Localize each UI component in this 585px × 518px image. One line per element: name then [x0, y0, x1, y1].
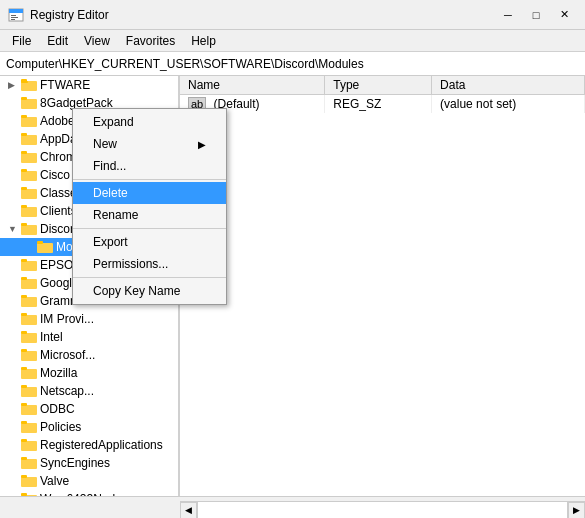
svg-rect-1 — [9, 9, 23, 13]
hscroll-track[interactable] — [197, 502, 568, 518]
ctx-arrow-icon: ▶ — [198, 139, 206, 150]
tree-label: Cisco — [40, 166, 70, 184]
tree-item-improvi[interactable]: ▶ IM Provi... — [0, 310, 178, 328]
folder-icon — [21, 168, 37, 182]
svg-rect-47 — [21, 439, 27, 442]
menu-help[interactable]: Help — [183, 32, 224, 50]
svg-rect-36 — [21, 351, 37, 361]
folder-icon — [21, 402, 37, 416]
svg-rect-29 — [21, 277, 27, 280]
folder-icon-selected — [37, 240, 53, 254]
ctx-find-label: Find... — [93, 159, 126, 173]
ctx-permissions[interactable]: Permissions... — [73, 253, 226, 275]
row-data: (value not set) — [432, 95, 585, 114]
svg-rect-16 — [21, 171, 37, 181]
ctx-separator-1 — [73, 179, 226, 180]
tree-label: Intel — [40, 328, 63, 346]
ctx-permissions-label: Permissions... — [93, 257, 168, 271]
tree-item-policies[interactable]: ▶ Policies — [0, 418, 178, 436]
folder-icon — [21, 384, 37, 398]
svg-rect-35 — [21, 331, 27, 334]
tree-item-intel[interactable]: ▶ Intel — [0, 328, 178, 346]
ctx-delete[interactable]: Delete — [73, 182, 226, 204]
main-content: ▶ FTWARE ▶ 8GadgetPack ▶ Adobe ▶ AppData… — [0, 76, 585, 496]
ctx-expand-label: Expand — [93, 115, 134, 129]
window-controls: ─ □ ✕ — [495, 5, 577, 25]
tree-item-netscape[interactable]: ▶ Netscap... — [0, 382, 178, 400]
folder-icon — [21, 276, 37, 290]
svg-rect-37 — [21, 349, 27, 352]
ctx-rename[interactable]: Rename — [73, 204, 226, 226]
tree-item-registeredapps[interactable]: ▶ RegisteredApplications — [0, 436, 178, 454]
status-bar: ◀ ▶ — [0, 496, 585, 518]
registry-table: Name Type Data ab (Default) REG_SZ (valu… — [180, 76, 585, 113]
svg-rect-44 — [21, 423, 37, 433]
svg-rect-3 — [11, 17, 18, 18]
ctx-find[interactable]: Find... — [73, 155, 226, 177]
tree-item-ftware[interactable]: ▶ FTWARE — [0, 76, 178, 94]
address-path: Computer\HKEY_CURRENT_USER\SOFTWARE\Disc… — [6, 57, 364, 71]
folder-icon-open — [21, 222, 37, 236]
menu-file[interactable]: File — [4, 32, 39, 50]
svg-rect-19 — [21, 187, 27, 190]
registry-panel: Name Type Data ab (Default) REG_SZ (valu… — [180, 76, 585, 496]
svg-rect-7 — [21, 79, 27, 82]
col-type: Type — [325, 76, 432, 95]
svg-rect-9 — [21, 97, 27, 100]
tree-arrow: ▼ — [8, 220, 18, 238]
menu-edit[interactable]: Edit — [39, 32, 76, 50]
menu-favorites[interactable]: Favorites — [118, 32, 183, 50]
svg-rect-38 — [21, 369, 37, 379]
svg-rect-28 — [21, 279, 37, 289]
svg-rect-26 — [21, 261, 37, 271]
svg-rect-18 — [21, 189, 37, 199]
tree-label: Wow6432Node — [40, 490, 122, 496]
svg-rect-17 — [21, 169, 27, 172]
tree-label: Policies — [40, 418, 81, 436]
close-button[interactable]: ✕ — [551, 5, 577, 25]
svg-rect-2 — [11, 15, 16, 16]
minimize-button[interactable]: ─ — [495, 5, 521, 25]
svg-rect-42 — [21, 405, 37, 415]
ctx-export[interactable]: Export — [73, 231, 226, 253]
folder-icon — [21, 474, 37, 488]
ctx-delete-label: Delete — [93, 186, 128, 200]
ctx-copy-key[interactable]: Copy Key Name — [73, 280, 226, 302]
folder-icon — [21, 186, 37, 200]
menu-bar: File Edit View Favorites Help — [0, 30, 585, 52]
svg-rect-4 — [11, 19, 15, 20]
ctx-export-label: Export — [93, 235, 128, 249]
hscroll-right-btn[interactable]: ▶ — [568, 502, 585, 519]
svg-rect-40 — [21, 387, 37, 397]
tree-label: Netscap... — [40, 382, 94, 400]
svg-rect-12 — [21, 135, 37, 145]
h-scroll-bar[interactable]: ◀ ▶ — [180, 501, 585, 518]
svg-rect-41 — [21, 385, 27, 388]
tree-label: Microsof... — [40, 346, 95, 364]
folder-icon — [21, 456, 37, 470]
tree-label: RegisteredApplications — [40, 436, 163, 454]
svg-rect-10 — [21, 117, 37, 127]
tree-label: Valve — [40, 472, 69, 490]
table-row[interactable]: ab (Default) REG_SZ (value not set) — [180, 95, 585, 114]
maximize-button[interactable]: □ — [523, 5, 549, 25]
svg-rect-24 — [37, 243, 53, 253]
tree-item-microsoft[interactable]: ▶ Microsof... — [0, 346, 178, 364]
app-icon — [8, 7, 24, 23]
svg-rect-49 — [21, 457, 27, 460]
svg-rect-33 — [21, 313, 27, 316]
tree-item-syncengines[interactable]: ▶ SyncEngines — [0, 454, 178, 472]
tree-item-mozilla[interactable]: ▶ Mozilla — [0, 364, 178, 382]
folder-icon — [21, 150, 37, 164]
col-name: Name — [180, 76, 325, 95]
tree-item-valve[interactable]: ▶ Valve — [0, 472, 178, 490]
hscroll-left-btn[interactable]: ◀ — [180, 502, 197, 519]
menu-view[interactable]: View — [76, 32, 118, 50]
tree-item-odbc[interactable]: ▶ ODBC — [0, 400, 178, 418]
svg-rect-21 — [21, 205, 27, 208]
ctx-expand[interactable]: Expand — [73, 111, 226, 133]
title-bar: Registry Editor ─ □ ✕ — [0, 0, 585, 30]
svg-rect-23 — [21, 223, 27, 226]
svg-rect-22 — [21, 225, 37, 235]
ctx-new[interactable]: New ▶ — [73, 133, 226, 155]
